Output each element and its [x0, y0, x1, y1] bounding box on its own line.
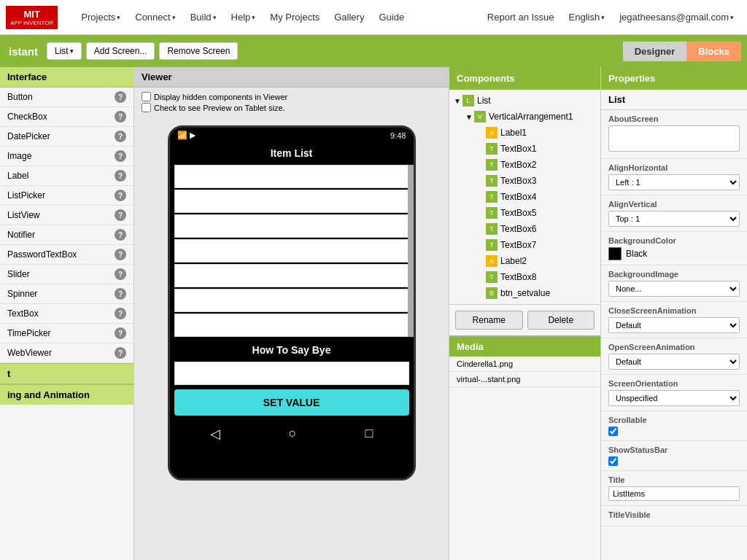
comp-textbox3[interactable]: T TextBox3 [449, 173, 600, 189]
palette-item-datepicker[interactable]: DatePicker ? [0, 127, 133, 147]
prop-show-status-bar: ShowStatusBar [601, 441, 747, 471]
comp-btn-setvalue-text: btn_setvalue [500, 288, 550, 298]
palette-item-button[interactable]: Button ? [0, 88, 133, 107]
open-animation-select[interactable]: Default [608, 354, 740, 370]
nav-build[interactable]: Build▾ [183, 0, 224, 35]
palette-item-listpicker[interactable]: ListPicker ? [0, 186, 133, 206]
delete-button[interactable]: Delete [527, 311, 595, 330]
palette-help-image[interactable]: ? [115, 150, 126, 162]
viewer-option-tablet[interactable]: Check to see Preview on Tablet size. [142, 103, 441, 112]
components-panel: Components ▼ L List ▼ V VerticalArrangem… [449, 67, 601, 560]
comp-label2[interactable]: A Label2 [449, 253, 600, 269]
comp-textbox4[interactable]: T TextBox4 [449, 189, 600, 205]
show-status-bar-checkbox[interactable] [608, 456, 618, 466]
comp-textbox2[interactable]: T TextBox2 [449, 157, 600, 173]
palette-help-listpicker[interactable]: ? [115, 190, 126, 201]
comp-textbox6[interactable]: T TextBox6 [449, 221, 600, 237]
screen-name: istant [6, 45, 38, 58]
nav-my-projects[interactable]: My Projects [263, 0, 327, 35]
comp-textbox5[interactable]: T TextBox5 [449, 205, 600, 221]
media-item-1[interactable]: Cinderella1.png [449, 357, 600, 372]
phone-textbox-3 [174, 214, 409, 238]
nav-connect[interactable]: Connect▾ [128, 0, 182, 35]
comp-list-root[interactable]: ▼ L List [449, 93, 600, 109]
list-icon: L [462, 95, 474, 106]
title-input[interactable] [608, 486, 740, 501]
palette-help-listview[interactable]: ? [115, 209, 126, 221]
phone-screen: Item List How To Say Bye SET VALUE [170, 143, 414, 478]
phone-signal-icons: 📶 ▶ [177, 131, 196, 140]
palette-help-checkbox[interactable]: ? [115, 111, 126, 122]
nav-guide[interactable]: Guide [371, 0, 411, 35]
logo: MIT APP INVENTOR [6, 6, 62, 29]
screen-orientation-select[interactable]: Unspecified Portrait Landscape [608, 390, 740, 406]
phone-textbox-6 [174, 289, 409, 312]
comp-textbox7[interactable]: T TextBox7 [449, 237, 600, 253]
comp-label1[interactable]: A Label1 [449, 125, 600, 141]
comp-btn-setvalue[interactable]: B btn_setvalue [449, 285, 600, 301]
palette-item-label[interactable]: Label ? [0, 166, 133, 186]
nav-user[interactable]: jegatheesans@gmail.com▾ [612, 0, 741, 35]
palette-help-datepicker[interactable]: ? [115, 131, 126, 142]
palette-help-notifier[interactable]: ? [115, 229, 126, 241]
comp-textbox2-text: TextBox2 [500, 160, 536, 170]
palette-item-textbox[interactable]: TextBox ? [0, 304, 133, 324]
tablet-preview-checkbox[interactable] [142, 103, 151, 112]
background-image-select[interactable]: None... [608, 281, 740, 297]
palette-item-timepicker[interactable]: TimePicker ? [0, 324, 133, 343]
palette-item-spinner[interactable]: Spinner ? [0, 284, 133, 304]
phone-textbox-7 [174, 314, 409, 337]
phone-set-button[interactable]: SET VALUE [174, 389, 409, 416]
nav-projects[interactable]: Projects▾ [74, 0, 128, 35]
phone-back-btn[interactable]: ◁ [210, 426, 220, 442]
list-button[interactable]: List▾ [47, 42, 82, 60]
align-vertical-select[interactable]: Top : 1 Center : 2 Bottom : 3 [608, 211, 740, 227]
comp-vertical-arrangement[interactable]: ▼ V VerticalArrangement1 [449, 109, 600, 125]
palette-help-label[interactable]: ? [115, 170, 126, 182]
add-screen-button[interactable]: Add Screen... [86, 42, 155, 60]
close-animation-select[interactable]: Default [608, 317, 740, 333]
nav-report-issue[interactable]: Report an Issue [480, 0, 562, 35]
vertical-arrangement-icon: V [474, 111, 486, 122]
comp-textbox8[interactable]: T TextBox8 [449, 269, 600, 285]
palette-item-slider[interactable]: Slider ? [0, 265, 133, 284]
remove-screen-button[interactable]: Remove Screen [159, 42, 238, 60]
phone-home-btn[interactable]: ○ [289, 426, 297, 442]
viewer-option-hidden[interactable]: Display hidden components in Viewer [142, 92, 441, 101]
palette-item-checkbox[interactable]: CheckBox ? [0, 107, 133, 127]
palette-help-spinner[interactable]: ? [115, 288, 126, 300]
blocks-button[interactable]: Blocks [686, 42, 741, 61]
scrollable-checkbox[interactable] [608, 427, 618, 436]
prop-scrollable: Scrollable [601, 411, 747, 441]
palette-item-passwordtextbox[interactable]: PasswordTextBox ? [0, 245, 133, 265]
comp-textbox7-text: TextBox7 [500, 240, 536, 250]
phone-scrollbar [408, 165, 414, 337]
palette-item-webviewer[interactable]: WebViewer ? [0, 343, 133, 363]
palette-help-slider[interactable]: ? [115, 268, 126, 280]
media-item-2[interactable]: virtual-...stant.png [449, 372, 600, 387]
hidden-components-checkbox[interactable] [142, 92, 151, 101]
comp-textbox1[interactable]: T TextBox1 [449, 141, 600, 157]
prop-background-image: BackgroundImage None... [601, 265, 747, 302]
prop-align-horizontal: AlignHorizontal Left : 1 Center : 2 Righ… [601, 159, 747, 195]
palette-interface-section: Interface [0, 67, 133, 88]
palette-help-textbox[interactable]: ? [115, 308, 126, 319]
nav-gallery[interactable]: Gallery [327, 0, 371, 35]
about-screen-input[interactable] [608, 125, 740, 152]
nav-help[interactable]: Help▾ [224, 0, 263, 35]
comp-va-label: VerticalArrangement1 [489, 112, 573, 122]
nav-language[interactable]: English▾ [562, 0, 613, 35]
textbox3-icon: T [486, 175, 498, 187]
palette-item-image[interactable]: Image ? [0, 147, 133, 166]
align-horizontal-select[interactable]: Left : 1 Center : 2 Right : 3 [608, 174, 740, 190]
background-color-swatch[interactable] [608, 247, 622, 260]
palette-item-notifier[interactable]: Notifier ? [0, 225, 133, 245]
palette-help-passwordtextbox[interactable]: ? [115, 249, 126, 260]
palette-item-listview[interactable]: ListView ? [0, 206, 133, 225]
phone-recent-btn[interactable]: □ [365, 426, 374, 442]
palette-help-webviewer[interactable]: ? [115, 347, 126, 359]
rename-button[interactable]: Rename [455, 311, 523, 330]
palette-help-timepicker[interactable]: ? [115, 327, 126, 339]
palette-help-button[interactable]: ? [115, 91, 126, 103]
designer-button[interactable]: Designer [623, 42, 687, 61]
